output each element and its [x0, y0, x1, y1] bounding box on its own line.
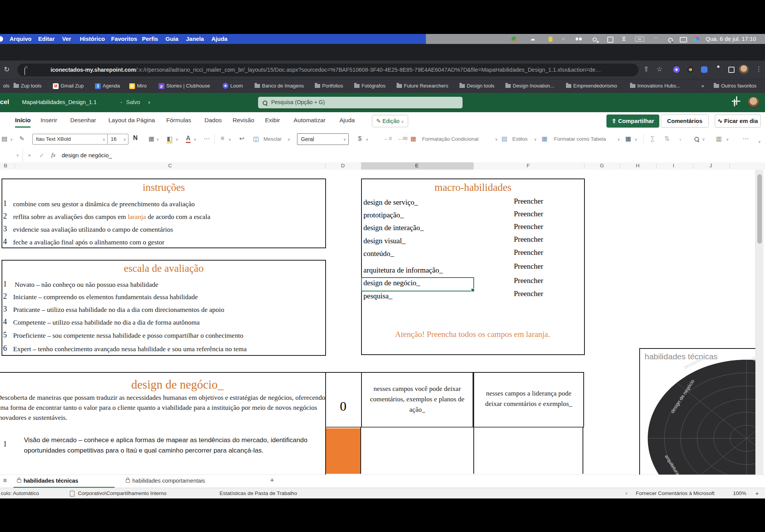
format-as-table-icon[interactable]: ▦ [542, 135, 547, 142]
more-font-options-icon[interactable]: ⋯ [204, 135, 210, 142]
display-icon[interactable] [680, 37, 687, 42]
capture-extension-icon[interactable] [687, 66, 694, 73]
bookmark-future-researchers[interactable]: Future Researchers [397, 83, 448, 90]
workbook-statistics[interactable]: Estatísticas de Pasta de Trabalho [220, 490, 297, 496]
chevron-down-icon[interactable]: ∨ [287, 137, 290, 141]
wrap-text-icon[interactable]: ↩ [239, 135, 244, 142]
col-I[interactable]: I [673, 163, 674, 168]
menu-ver[interactable]: Ver [62, 35, 71, 42]
cells-icon[interactable]: ▥ [716, 135, 722, 142]
bookmark-fotografos[interactable]: Fotógrafos [354, 83, 385, 90]
chevron-down-icon[interactable]: ∨ [156, 137, 159, 141]
blue-extension-icon[interactable] [701, 66, 708, 73]
menu-ajuda[interactable]: Ajuda [211, 35, 228, 42]
spreadsheet-canvas[interactable]: instruções 1 combine com seu gestor a di… [0, 170, 765, 475]
lock-icon[interactable] [24, 68, 25, 75]
more-commands-icon[interactable]: ⋯ [743, 135, 749, 142]
autosum-icon[interactable]: ∑ [650, 135, 655, 142]
macro-value-7[interactable]: Preencher [502, 276, 556, 285]
alignment-icon[interactable]: ≡ [221, 135, 224, 142]
radar-chart-box[interactable]: habilidades técnicas pesquisa de design … [639, 348, 756, 475]
bookmark-empreendedorismo[interactable]: Empreendedorismo [566, 83, 617, 90]
ribbon-tab-desenhar[interactable]: Desenhar [70, 117, 96, 124]
ribbon-tab-dados[interactable]: Dados [204, 117, 222, 124]
col-E[interactable]: E [415, 163, 419, 168]
cell-styles-icon[interactable]: ▨ [502, 135, 507, 142]
bookmark-loom[interactable]: Loom [223, 83, 243, 90]
add-sheet-button[interactable]: + [270, 476, 274, 485]
macro-value-1[interactable]: Preencher [502, 197, 556, 205]
notes-icon[interactable] [549, 37, 552, 42]
bookmark-design-inovation[interactable]: Design Inovation... [505, 83, 554, 90]
rating-cell-orange[interactable] [326, 428, 360, 474]
bookmark-portfolios[interactable]: Portfolios [315, 83, 343, 90]
loom-extension-icon[interactable] [673, 66, 680, 73]
detail-score[interactable]: 0 [325, 399, 361, 414]
format-painter-icon[interactable]: ✎ [19, 135, 24, 142]
chevron-down-icon[interactable]: ∨ [176, 137, 178, 141]
share-button[interactable]: ⇧ Compartilhar [606, 114, 659, 128]
collapse-ribbon-icon[interactable]: ∨ [758, 140, 761, 144]
catch-up-button[interactable]: ∿ Ficar em dia [715, 114, 761, 128]
insert-table-icon[interactable]: ▦ [625, 135, 631, 142]
chevron-down-icon[interactable]: ∨ [679, 137, 682, 141]
conditional-formatting-icon[interactable]: ▦ [410, 135, 416, 142]
col-H[interactable]: H [636, 163, 640, 168]
sheet-menu-icon[interactable]: ≡ [3, 477, 7, 485]
col-G[interactable]: G [600, 163, 604, 168]
decrease-decimal-icon[interactable]: ←.0 [384, 136, 392, 141]
macro-value-3[interactable]: Preencher [502, 222, 556, 231]
paste-icon[interactable]: ▤ [2, 135, 7, 142]
chevron-down-icon[interactable]: ∨ [10, 137, 13, 141]
box-icon[interactable] [607, 37, 613, 43]
bookmark-partial[interactable]: ols [1, 83, 10, 90]
ribbon-tab-revisao[interactable]: Revisão [233, 117, 254, 124]
macro-label-8[interactable]: pesquisa_ [363, 292, 392, 300]
fill-color-icon[interactable]: ◧ [167, 135, 172, 143]
menu-perfis[interactable]: Perfis [142, 35, 158, 42]
menu-historico[interactable]: Histórico [80, 35, 105, 42]
name-box[interactable]: ∨ [0, 149, 23, 162]
bold-button[interactable]: N [133, 135, 138, 141]
format-as-table-label[interactable]: Formatar como Tabela [554, 136, 606, 142]
macro-value-6[interactable]: Preencher [502, 262, 556, 271]
selected-cell[interactable] [361, 277, 474, 291]
ribbon-tab-formulas[interactable]: Fórmulas [166, 117, 191, 124]
macro-value-4[interactable]: Preencher [502, 235, 556, 244]
number-format-select[interactable]: Geral ∨ [297, 133, 349, 145]
bookmark-miro[interactable]: MMiro [129, 83, 147, 90]
macro-label-4[interactable]: design visual_ [363, 237, 405, 245]
ribbon-tab-ajuda[interactable]: Ajuda [339, 117, 355, 124]
bookmark-agenda[interactable]: 3Agenda [95, 83, 120, 90]
conditional-formatting-label[interactable]: Formatação Condicional [422, 136, 478, 142]
chevron-down-icon[interactable]: ∨ [228, 137, 231, 141]
menu-janela[interactable]: Janela [186, 35, 204, 42]
profile-avatar[interactable] [739, 65, 749, 75]
macro-label-1[interactable]: design de serviço_ [363, 198, 418, 207]
bookmark-gmail-zup[interactable]: MGmail Zup [53, 83, 84, 90]
chevron-down-icon[interactable]: ∨ [635, 137, 637, 141]
cancel-icon[interactable]: × [28, 152, 31, 158]
editing-mode-button[interactable]: ✎ Edição ∨ [372, 115, 408, 127]
chevron-down-icon[interactable]: ∨ [148, 100, 150, 104]
bluetooth-icon[interactable]: ⋈ [621, 37, 627, 42]
borders-icon[interactable]: ▦ [149, 135, 154, 142]
reload-icon[interactable]: ↻ [4, 65, 10, 74]
menubar-clock[interactable]: Qua. 6 de jul. 17:10 [706, 35, 756, 42]
currency-format-icon[interactable]: $ [358, 135, 361, 143]
sensitivity-label[interactable]: Corporativo\Compartilhamento Interno [78, 490, 167, 496]
col-f-header-cell[interactable]: nesses campos a liderança pode deixar co… [473, 372, 584, 428]
bookmark-stories-clubhouse[interactable]: ρStories | Clubhouse [159, 83, 210, 90]
menu-editar[interactable]: Editar [38, 35, 55, 42]
meet-icon[interactable] [512, 36, 517, 42]
col-D[interactable]: D [341, 163, 345, 168]
search-icon[interactable] [668, 37, 673, 44]
feedback-link[interactable]: Fornecer Comentários à Microsoft [636, 490, 714, 496]
circle-status-icon[interactable]: ○ [562, 36, 565, 42]
chevron-down-icon[interactable]: ∨ [534, 137, 537, 141]
sheet-tab-habilidades-comportamentais[interactable]: habilidades comportamentais [126, 478, 205, 484]
bookmark-star-icon[interactable]: ☆ [657, 65, 662, 73]
chevron-down-icon[interactable]: ∨ [726, 137, 729, 141]
chevron-down-icon[interactable]: ∨ [702, 137, 705, 141]
macro-label-3[interactable]: design de interação_ [363, 224, 424, 232]
